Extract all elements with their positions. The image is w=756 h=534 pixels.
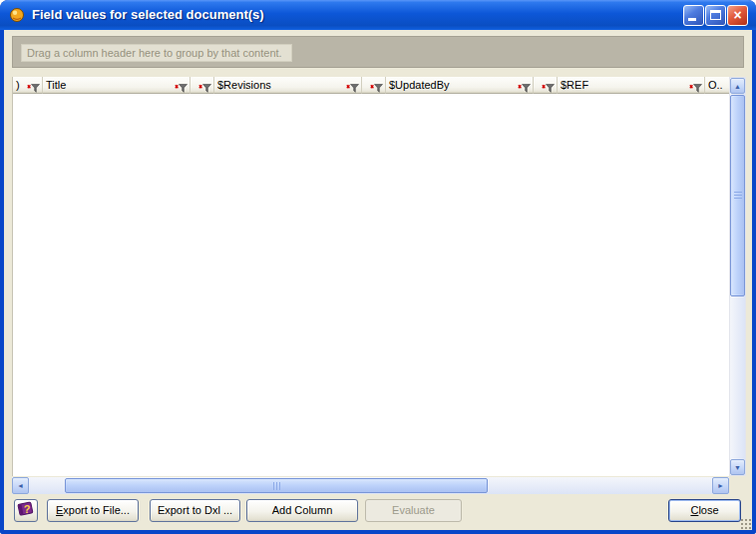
column-header-rev_icon[interactable] (190, 77, 214, 94)
export-file-button[interactable]: Export to File... (47, 499, 139, 522)
column-header-c0[interactable]: ) (13, 77, 43, 94)
column-header-label: O.. (708, 79, 723, 91)
filter-icon[interactable] (198, 81, 211, 94)
vertical-scroll-thumb[interactable] (730, 95, 745, 296)
close-window-button[interactable]: × (727, 5, 748, 26)
filter-icon[interactable] (27, 81, 40, 94)
group-by-hint: Drag a column header here to group by th… (21, 44, 292, 62)
window-title: Field values for selected document(s) (32, 0, 264, 30)
group-by-bar[interactable]: Drag a column header here to group by th… (12, 36, 744, 68)
column-header-title[interactable]: Title (43, 77, 190, 94)
minimize-button[interactable] (683, 5, 704, 26)
horizontal-scroll-thumb[interactable] (65, 478, 488, 493)
close-button[interactable]: Close (668, 499, 741, 522)
export-dxl-button[interactable]: Export to Dxl ... (150, 499, 240, 522)
column-header-label: $Revisions (217, 79, 271, 91)
vertical-scrollbar[interactable]: ▲ ▼ (729, 77, 746, 476)
horizontal-scrollbar[interactable]: ◄ ► (12, 477, 729, 494)
column-header-label: ) (16, 79, 20, 91)
app-icon (9, 7, 25, 23)
add-column-button[interactable]: Add Column (246, 499, 358, 522)
svg-text:?: ? (24, 503, 31, 515)
title-bar[interactable]: Field values for selected document(s) × (0, 0, 756, 30)
column-header-updated_by[interactable]: $UpdatedBy (386, 77, 534, 94)
scroll-up-button[interactable]: ▲ (730, 78, 745, 94)
column-header-ref_icon[interactable] (534, 77, 558, 94)
column-header-revisions[interactable]: $Revisions (214, 77, 362, 94)
filter-icon[interactable] (689, 81, 702, 94)
grid-header-row: )Title$Revisions$UpdatedBy$REFO.. (13, 77, 730, 94)
close-icon: × (728, 6, 747, 25)
column-header-label: $UpdatedBy (389, 79, 450, 91)
filter-icon[interactable] (370, 81, 383, 94)
evaluate-button: Evaluate (365, 499, 462, 522)
filter-icon[interactable] (518, 81, 531, 94)
column-header-ref[interactable]: $REF (558, 77, 705, 94)
field-values-grid: )Title$Revisions$UpdatedBy$REFO.. (12, 77, 730, 476)
help-button[interactable]: ? (14, 499, 38, 522)
column-header-label: $REF (561, 79, 588, 91)
column-header-label: Title (46, 79, 66, 91)
thumb-grip (734, 192, 742, 201)
filter-icon[interactable] (175, 81, 188, 94)
maximize-icon (710, 10, 721, 20)
dialog-window: Field values for selected document(s) × … (0, 0, 756, 534)
filter-icon[interactable] (542, 81, 555, 94)
help-book-icon: ? (16, 500, 36, 517)
column-header-o[interactable]: O.. (705, 77, 730, 94)
scroll-left-button[interactable]: ◄ (12, 477, 29, 494)
column-header-upd_icon[interactable] (362, 77, 386, 94)
resize-grip[interactable] (740, 518, 751, 529)
scroll-right-button[interactable]: ► (712, 477, 729, 494)
thumb-grip (273, 482, 282, 490)
minimize-icon (688, 18, 696, 21)
filter-icon[interactable] (346, 81, 359, 94)
maximize-button[interactable] (705, 5, 726, 26)
scroll-down-button[interactable]: ▼ (730, 459, 745, 475)
